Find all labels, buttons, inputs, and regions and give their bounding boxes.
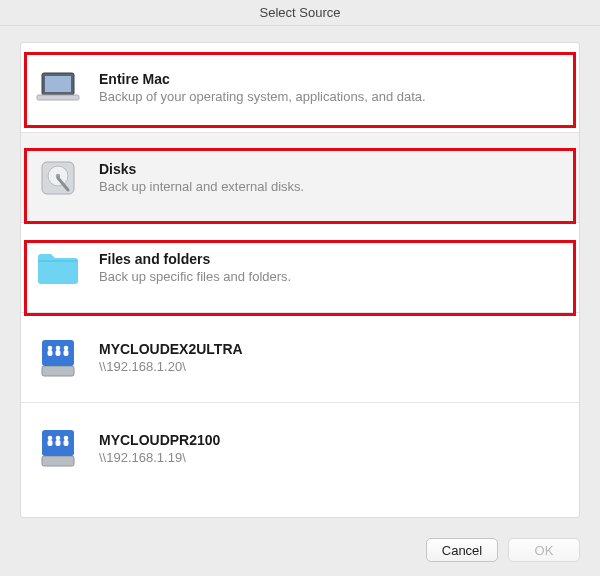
- svg-rect-9: [48, 350, 53, 356]
- source-option-disks[interactable]: Disks Back up internal and external disk…: [21, 133, 579, 223]
- svg-point-10: [56, 345, 61, 350]
- ok-button[interactable]: OK: [508, 538, 580, 562]
- hard-drive-icon: [35, 155, 81, 201]
- option-title: MYCLOUDEX2ULTRA: [99, 341, 243, 357]
- svg-point-12: [64, 345, 69, 350]
- svg-rect-19: [56, 440, 61, 446]
- svg-rect-6: [42, 366, 74, 376]
- svg-point-18: [56, 436, 61, 441]
- option-subtitle: \\192.168.1.20\: [99, 359, 243, 374]
- option-title: Files and folders: [99, 251, 291, 267]
- network-drive-icon: [35, 425, 81, 471]
- svg-rect-2: [37, 95, 79, 100]
- svg-point-8: [48, 345, 53, 350]
- svg-point-20: [64, 436, 69, 441]
- source-list: Entire Mac Backup of your operating syst…: [20, 42, 580, 518]
- source-option-entire-mac[interactable]: Entire Mac Backup of your operating syst…: [21, 43, 579, 133]
- svg-rect-21: [64, 440, 69, 446]
- dialog-footer: Cancel OK: [426, 538, 580, 562]
- option-subtitle: Back up specific files and folders.: [99, 269, 291, 284]
- option-title: MYCLOUDPR2100: [99, 432, 220, 448]
- window-title: Select Source: [0, 0, 600, 26]
- svg-rect-1: [45, 76, 71, 92]
- svg-rect-13: [64, 350, 69, 356]
- laptop-icon: [35, 65, 81, 111]
- cancel-button[interactable]: Cancel: [426, 538, 498, 562]
- svg-rect-11: [56, 350, 61, 356]
- source-option-files-folders[interactable]: Files and folders Back up specific files…: [21, 223, 579, 313]
- option-title: Entire Mac: [99, 71, 426, 87]
- folder-icon: [35, 245, 81, 291]
- svg-rect-14: [42, 456, 74, 466]
- svg-rect-17: [48, 440, 53, 446]
- option-subtitle: Backup of your operating system, applica…: [99, 89, 426, 104]
- option-subtitle: \\192.168.1.19\: [99, 450, 220, 465]
- network-drive-icon: [35, 335, 81, 381]
- option-subtitle: Back up internal and external disks.: [99, 179, 304, 194]
- option-title: Disks: [99, 161, 304, 177]
- svg-point-16: [48, 436, 53, 441]
- source-option-network-share[interactable]: MYCLOUDEX2ULTRA \\192.168.1.20\: [21, 313, 579, 403]
- source-option-network-share[interactable]: MYCLOUDPR2100 \\192.168.1.19\: [21, 403, 579, 493]
